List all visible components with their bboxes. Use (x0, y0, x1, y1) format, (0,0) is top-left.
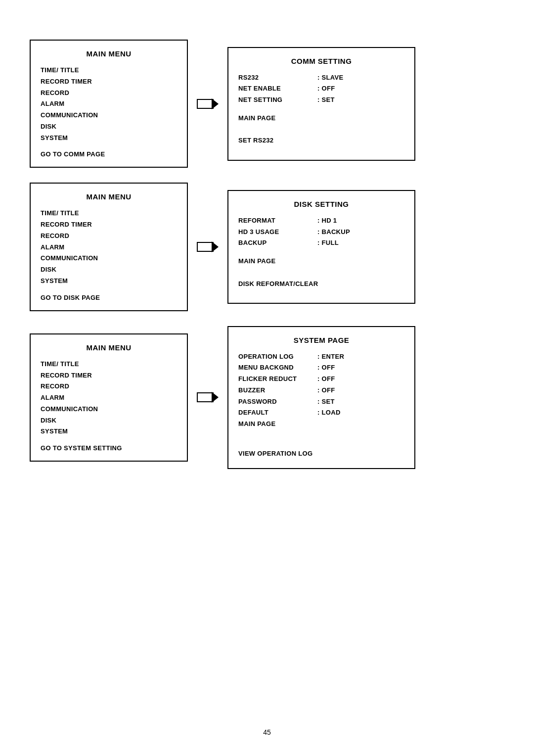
system-operation-log-label: OPERATION LOG (238, 351, 317, 363)
menu-item-communication-3: COMMUNICATION (41, 404, 177, 415)
disk-backup-row: BACKUP : FULL (238, 237, 404, 249)
system-operation-log-row: OPERATION LOG : ENTER (238, 351, 404, 363)
system-main-menu-panel: MAIN MENU TIME/ TITLE RECORD TIMER RECOR… (30, 333, 188, 462)
system-main-page-inline-row: MAIN PAGE (238, 419, 404, 430)
disk-right-bottom: MAIN PAGE DISK REFORMAT/CLEAR (238, 256, 404, 289)
disk-arrow-container (188, 241, 227, 252)
comm-main-menu-title: MAIN MENU (41, 49, 177, 58)
comm-rs232-row: RS232 : SLAVE (238, 72, 404, 84)
disk-main-menu-panel: MAIN MENU TIME/ TITLE RECORD TIMER RECOR… (30, 183, 188, 311)
comm-main-page-line: MAIN PAGE (238, 113, 404, 124)
comm-rs232-label: RS232 (238, 72, 317, 84)
system-menu-backgnd-value: : OFF (317, 362, 404, 374)
disk-arrow-icon (197, 241, 219, 252)
menu-item-record-1: RECORD (41, 88, 177, 99)
system-row: MAIN MENU TIME/ TITLE RECORD TIMER RECOR… (30, 326, 504, 470)
comm-arrow-container (188, 98, 227, 109)
disk-main-page-line: MAIN PAGE (238, 256, 404, 267)
menu-item-disk-3: DISK (41, 415, 177, 426)
disk-goto-line: GO TO DISK PAGE (41, 294, 177, 301)
system-settings: OPERATION LOG : ENTER MENU BACKGND : OFF… (238, 351, 404, 430)
page-number: 45 (263, 728, 271, 736)
system-menu-backgnd-row: MENU BACKGND : OFF (238, 362, 404, 374)
page-content: MAIN MENU TIME/ TITLE RECORD TIMER RECOR… (0, 0, 534, 514)
disk-spacer-line (238, 267, 404, 279)
comm-settings: RS232 : SLAVE NET ENABLE : OFF NET SETTI… (238, 72, 404, 106)
menu-item-record-timer-3: RECORD TIMER (41, 370, 177, 381)
comm-row: MAIN MENU TIME/ TITLE RECORD TIMER RECOR… (30, 40, 504, 168)
system-spacer-line (238, 437, 404, 448)
comm-setting-panel: COMM SETTING RS232 : SLAVE NET ENABLE : … (227, 47, 415, 161)
system-main-page-inline-label: MAIN PAGE (238, 419, 317, 430)
disk-backup-value: : FULL (317, 237, 404, 249)
menu-item-record-timer-2: RECORD TIMER (41, 219, 177, 231)
system-password-row: PASSWORD : SET (238, 396, 404, 408)
menu-item-time-title-3: TIME/ TITLE (41, 359, 177, 370)
menu-item-system-2: SYSTEM (41, 276, 177, 287)
system-flicker-reduct-row: FLICKER REDUCT : OFF (238, 374, 404, 385)
disk-reformat-row: REFORMAT : HD 1 (238, 215, 404, 227)
menu-item-communication-2: COMMUNICATION (41, 253, 177, 264)
comm-net-enable-value: : OFF (317, 83, 404, 94)
disk-setting-panel: DISK SETTING REFORMAT : HD 1 HD 3 USAGE … (227, 190, 415, 304)
disk-setting-title: DISK SETTING (238, 200, 404, 208)
menu-item-alarm-3: ALARM (41, 392, 177, 404)
menu-item-disk-2: DISK (41, 264, 177, 276)
system-flicker-reduct-value: : OFF (317, 374, 404, 385)
disk-reformat-value: : HD 1 (317, 215, 404, 227)
system-right-bottom: VIEW OPERATION LOG (238, 437, 404, 460)
disk-row: MAIN MENU TIME/ TITLE RECORD TIMER RECOR… (30, 183, 504, 311)
system-setting-panel: SYSTEM PAGE OPERATION LOG : ENTER MENU B… (227, 326, 415, 470)
system-arrow-container (188, 392, 227, 403)
system-operation-log-value: : ENTER (317, 351, 404, 363)
disk-reformat-clear-line: DISK REFORMAT/CLEAR (238, 279, 404, 290)
menu-item-record-2: RECORD (41, 231, 177, 242)
comm-set-rs232-line: SET RS232 (238, 135, 404, 146)
system-menu-items: TIME/ TITLE RECORD TIMER RECORD ALARM CO… (41, 359, 177, 437)
disk-settings: REFORMAT : HD 1 HD 3 USAGE : BACKUP BACK… (238, 215, 404, 249)
comm-right-bottom: MAIN PAGE SET RS232 (238, 113, 404, 146)
disk-main-menu-title: MAIN MENU (41, 192, 177, 201)
comm-net-setting-label: NET SETTING (238, 94, 317, 106)
menu-item-time-title-1: TIME/ TITLE (41, 65, 177, 76)
menu-item-time-title-2: TIME/ TITLE (41, 208, 177, 219)
comm-net-setting-value: : SET (317, 94, 404, 106)
system-buzzer-value: : OFF (317, 385, 404, 396)
system-password-value: : SET (317, 396, 404, 408)
comm-menu-items: TIME/ TITLE RECORD TIMER RECORD ALARM CO… (41, 65, 177, 143)
system-buzzer-row: BUZZER : OFF (238, 385, 404, 396)
disk-hd3-usage-value: : BACKUP (317, 227, 404, 238)
system-default-label: DEFAULT (238, 407, 317, 419)
menu-item-system-3: SYSTEM (41, 426, 177, 437)
menu-item-alarm-2: ALARM (41, 242, 177, 253)
system-setting-title: SYSTEM PAGE (238, 336, 404, 344)
comm-net-enable-label: NET ENABLE (238, 83, 317, 94)
comm-main-menu-panel: MAIN MENU TIME/ TITLE RECORD TIMER RECOR… (30, 40, 188, 168)
menu-item-record-timer-1: RECORD TIMER (41, 76, 177, 88)
system-arrow-icon (197, 392, 219, 403)
system-default-value: : LOAD (317, 407, 404, 419)
system-password-label: PASSWORD (238, 396, 317, 408)
menu-item-system-1: SYSTEM (41, 133, 177, 144)
disk-menu-items: TIME/ TITLE RECORD TIMER RECORD ALARM CO… (41, 208, 177, 286)
menu-item-record-3: RECORD (41, 381, 177, 392)
menu-item-disk-1: DISK (41, 121, 177, 133)
system-default-row: DEFAULT : LOAD (238, 407, 404, 419)
disk-hd3-usage-label: HD 3 USAGE (238, 227, 317, 238)
comm-goto-line: GO TO COMM PAGE (41, 150, 177, 158)
system-buzzer-label: BUZZER (238, 385, 317, 396)
system-flicker-reduct-label: FLICKER REDUCT (238, 374, 317, 385)
disk-reformat-label: REFORMAT (238, 215, 317, 227)
menu-item-alarm-1: ALARM (41, 98, 177, 110)
comm-setting-title: COMM SETTING (238, 57, 404, 65)
system-main-menu-title: MAIN MENU (41, 343, 177, 352)
comm-rs232-value: : SLAVE (317, 72, 404, 84)
comm-arrow-icon (197, 98, 219, 109)
disk-hd3-usage-row: HD 3 USAGE : BACKUP (238, 227, 404, 238)
system-view-operation-log-line: VIEW OPERATION LOG (238, 448, 404, 460)
comm-net-setting-row: NET SETTING : SET (238, 94, 404, 106)
comm-net-enable-row: NET ENABLE : OFF (238, 83, 404, 94)
disk-backup-label: BACKUP (238, 237, 317, 249)
menu-item-communication-1: COMMUNICATION (41, 110, 177, 121)
comm-spacer-line (238, 124, 404, 136)
